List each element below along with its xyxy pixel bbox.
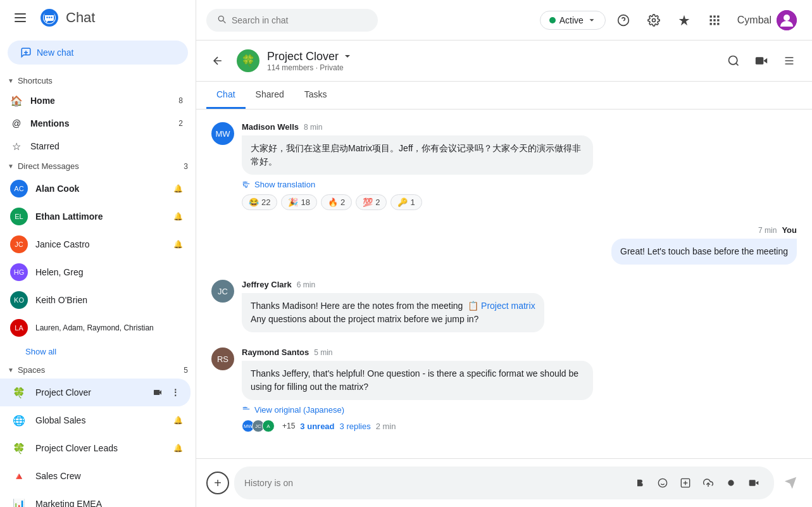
view-original-button[interactable]: View original (Japanese) — [242, 405, 593, 415]
sales-crew-icon: 🔺 — [10, 467, 28, 485]
status-button[interactable]: Active — [540, 11, 606, 30]
avatar-ethan-lattimore: EL — [10, 208, 28, 225]
svg-rect-26 — [756, 57, 764, 65]
thread-avatar-3: A — [262, 420, 275, 432]
sidebar-item-helen-greg[interactable]: HG Helen, Greg — [0, 258, 191, 286]
message-group-jeffrey: JC Jeffrey Clark 6 min Thanks Madison! H… — [211, 280, 797, 332]
chat-header-info: Project Clover 114 members · Private — [267, 50, 713, 72]
status-dot — [549, 17, 556, 23]
add-attachment-button[interactable]: + — [206, 472, 229, 494]
avatar-raymond-santos: RS — [211, 347, 234, 370]
status-chevron-icon — [587, 16, 596, 25]
sidebar-top: Chat — [0, 0, 196, 35]
svg-rect-2 — [15, 21, 26, 22]
svg-rect-18 — [717, 19, 719, 21]
avatar-madison-wells: MW — [211, 122, 234, 145]
direct-messages-section-header[interactable]: ▼ Direct Messages 3 — [0, 158, 196, 175]
reactions-madison: 😂22 🎉18 🔥2 💯2 🔑1 — [242, 194, 593, 210]
chat-video-button[interactable] — [749, 48, 774, 73]
tab-shared[interactable]: Shared — [246, 82, 294, 109]
thread-time: 2 min — [376, 422, 396, 431]
search-icon — [216, 14, 227, 27]
sidebar-item-home[interactable]: 🏠 Home 8 — [0, 89, 191, 112]
shortcuts-chevron-icon: ▼ — [8, 77, 14, 84]
sidebar-item-keith-obrien[interactable]: KO Keith O'Brien — [0, 286, 191, 314]
reaction-key[interactable]: 🔑1 — [390, 194, 422, 210]
reaction-party[interactable]: 🎉18 — [281, 194, 316, 210]
dm-chevron-icon: ▼ — [8, 163, 14, 170]
sidebar-item-sales-crew[interactable]: 🔺 Sales Crew — [0, 462, 191, 490]
hamburger-menu-button[interactable] — [8, 5, 33, 30]
show-translation-button[interactable]: Show translation — [242, 180, 593, 189]
avatar-keith-obrien: KO — [10, 291, 28, 309]
project-clover-video-btn[interactable] — [150, 385, 165, 400]
upload-button[interactable] — [698, 473, 718, 493]
sidebar-item-mentions[interactable]: @ Mentions 2 — [0, 112, 191, 135]
back-button[interactable] — [206, 49, 229, 72]
record-button[interactable] — [721, 473, 741, 493]
avatar-helen-greg: HG — [10, 263, 28, 281]
sidebar-item-janice-castro[interactable]: JC Janice Castro 🔔 — [0, 230, 191, 258]
message-bubble-raymond: Thanks Jeffery, that's helpful! One ques… — [242, 361, 593, 400]
message-input[interactable] — [244, 478, 630, 488]
svg-rect-20 — [713, 23, 715, 25]
tab-tasks[interactable]: Tasks — [294, 82, 337, 109]
user-avatar[interactable] — [777, 10, 797, 30]
message-group-raymond: RS Raymond Santos 5 min Thanks Jeffery, … — [211, 347, 797, 432]
message-bubble-jeffrey: Thanks Madison! Here are the notes from … — [242, 293, 544, 332]
message-content-you: You 7 min Great! Let's touch base before… — [611, 225, 797, 265]
video-record-button[interactable] — [744, 473, 764, 493]
sidebar-item-alan-cook[interactable]: AC Alan Cook 🔔 — [0, 175, 191, 203]
sidebar: Chat New chat ▼ Shortcuts 🏠 Home 8 @ Men… — [0, 0, 196, 507]
svg-point-5 — [46, 16, 47, 18]
sidebar-item-marketing-emea[interactable]: 📊 Marketing EMEA — [0, 490, 191, 507]
insert-content-button[interactable] — [675, 473, 696, 493]
chat-search-button[interactable] — [721, 48, 746, 73]
reaction-100[interactable]: 💯2 — [356, 194, 387, 210]
sidebar-item-starred[interactable]: ☆ Starred — [0, 135, 191, 158]
chat-more-button[interactable] — [777, 48, 802, 73]
svg-rect-38 — [749, 480, 756, 485]
reaction-fire[interactable]: 🔥2 — [321, 194, 352, 210]
svg-rect-14 — [713, 15, 715, 17]
sidebar-item-project-clover-leads[interactable]: 🍀 Project Clover Leads 🔔 — [0, 434, 191, 462]
chat-header-actions — [721, 48, 802, 73]
search-input[interactable] — [232, 15, 368, 25]
sidebar-item-ethan-lattimore[interactable]: EL Ethan Lattimore 🔔 — [0, 203, 191, 230]
shortcuts-section-header[interactable]: ▼ Shortcuts — [0, 72, 196, 89]
search-bar[interactable] — [206, 9, 378, 32]
sidebar-item-global-sales[interactable]: 🌐 Global Sales 🔔 — [0, 406, 191, 434]
text-format-button[interactable] — [630, 473, 650, 493]
avatar-jeffrey-clark: JC — [211, 280, 234, 303]
project-clover-more-btn[interactable]: ⋮ — [168, 385, 183, 400]
reaction-laugh[interactable]: 😂22 — [242, 194, 277, 210]
tab-chat[interactable]: Chat — [206, 82, 246, 109]
svg-point-24 — [729, 56, 737, 65]
avatar-alan-cook: AC — [10, 180, 28, 197]
emoji-button[interactable] — [653, 473, 673, 493]
svg-rect-0 — [15, 13, 26, 15]
title-chevron-icon[interactable] — [342, 51, 353, 61]
message-header-raymond: Raymond Santos 5 min — [242, 347, 593, 357]
sidebar-item-project-clover[interactable]: 🍀 Project Clover ⋮ — [0, 379, 191, 406]
apps-grid-button[interactable] — [702, 8, 727, 33]
message-content-jeffrey: Jeffrey Clark 6 min Thanks Madison! Here… — [242, 280, 544, 332]
svg-point-23 — [784, 15, 790, 21]
send-button[interactable] — [779, 472, 802, 494]
sparkle-button[interactable] — [671, 8, 697, 33]
message-header-jeffrey: Jeffrey Clark 6 min — [242, 280, 544, 289]
message-bubble-madison: 大家好，我们在这里启动Matrix项目。Jeff，你有会议记录吗？大家今天的演示… — [242, 135, 593, 175]
settings-button[interactable] — [641, 8, 666, 33]
thread-replies[interactable]: MW JC A +15 3 unread 3 replies 2 min — [242, 420, 593, 432]
chat-header: 🍀 Project Clover 114 members · Private — [196, 41, 812, 82]
svg-rect-16 — [709, 19, 711, 21]
svg-rect-28 — [785, 57, 793, 58]
new-chat-button[interactable]: New chat — [8, 41, 188, 65]
spaces-section-header[interactable]: ▼ Spaces 5 — [0, 361, 196, 379]
sidebar-item-lauren-group[interactable]: LA Lauren, Adam, Raymond, Christian — [0, 314, 191, 342]
dm-show-all-button[interactable]: Show all — [0, 342, 196, 361]
app-name: Chat — [66, 9, 95, 26]
help-button[interactable] — [611, 8, 636, 33]
chat-title: Project Clover — [267, 50, 713, 63]
input-tools — [630, 473, 764, 493]
